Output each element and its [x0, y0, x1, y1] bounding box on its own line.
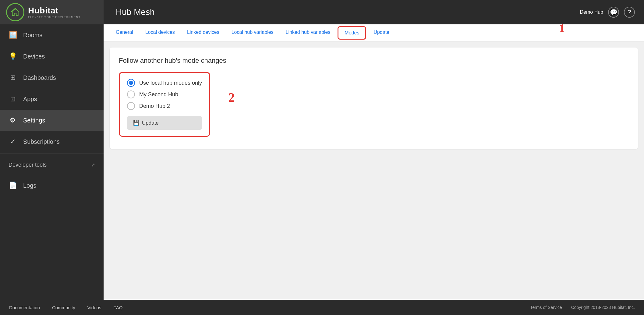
logo-icon	[6, 3, 24, 21]
apps-icon: ⊡	[9, 95, 17, 103]
footer-link-community[interactable]: Community	[52, 305, 75, 310]
expand-icon: ⤢	[91, 162, 95, 168]
radio-circle-local	[127, 79, 135, 87]
save-icon: 💾	[133, 120, 140, 126]
copyright: Copyright 2018-2023 Hubitat, Inc.	[571, 305, 635, 310]
dashboards-icon: ⊞	[9, 74, 17, 82]
sidebar-item-label: Subscriptions	[23, 138, 60, 145]
footer-link-documentation[interactable]: Documentation	[9, 305, 40, 310]
footer-link-faq[interactable]: FAQ	[113, 305, 122, 310]
radio-circle-demo-hub-2	[127, 102, 135, 110]
help-icon-button[interactable]: ?	[624, 7, 635, 18]
content-area: General Local devices Linked devices Loc…	[104, 24, 644, 300]
devices-icon: 💡	[9, 52, 17, 60]
sidebar-item-subscriptions[interactable]: ✓ Subscriptions	[0, 131, 104, 152]
radio-option-second-hub[interactable]: My Second Hub	[127, 90, 202, 98]
radio-options-box: Use local hub modes only My Second Hub D…	[119, 72, 210, 137]
subscriptions-icon: ✓	[9, 138, 17, 146]
sidebar-item-logs[interactable]: 📄 Logs	[0, 175, 104, 196]
hub-name: Demo Hub	[580, 9, 603, 15]
sidebar-item-label: Rooms	[23, 32, 42, 39]
radio-label-local: Use local hub modes only	[139, 80, 202, 86]
tab-linked-hub-variables[interactable]: Linked hub variables	[280, 25, 337, 41]
chat-icon-button[interactable]: 💬	[608, 7, 619, 18]
sidebar-logs-label: Logs	[23, 182, 36, 189]
tab-linked-devices[interactable]: Linked devices	[181, 25, 225, 41]
tabs-bar: General Local devices Linked devices Loc…	[104, 24, 644, 41]
logo-text: Hubitat ELEVATE YOUR ENVIRONMENT	[28, 6, 81, 19]
tab-update[interactable]: Update	[367, 25, 395, 41]
sidebar-item-developer-tools[interactable]: Developer tools ⤢	[0, 155, 104, 175]
update-button-label: Update	[142, 120, 159, 126]
update-button[interactable]: 💾 Update	[127, 116, 202, 130]
annotation-1: 1	[559, 24, 565, 35]
radio-option-demo-hub-2[interactable]: Demo Hub 2	[127, 102, 202, 110]
terms-of-service: Terms of Service	[530, 305, 562, 310]
sidebar-item-label: Settings	[23, 117, 45, 124]
radio-label-demo-hub-2: Demo Hub 2	[139, 103, 170, 109]
content-panel: Follow another hub's mode changes Use lo…	[104, 41, 644, 300]
sidebar-item-label: Dashboards	[23, 74, 56, 81]
section-title: Follow another hub's mode changes	[119, 57, 629, 65]
annotation-2: 2	[228, 90, 235, 105]
sidebar-item-label: Devices	[23, 53, 45, 60]
radio-circle-second-hub	[127, 90, 135, 98]
sidebar-item-rooms[interactable]: 🪟 Rooms	[0, 24, 104, 46]
sidebar-item-dashboards[interactable]: ⊞ Dashboards	[0, 67, 104, 88]
brand-name: Hubitat	[28, 6, 81, 16]
sidebar-divider	[0, 154, 104, 154]
page-footer: Documentation Community Videos FAQ Terms…	[0, 300, 644, 315]
sidebar-item-label: Apps	[23, 96, 37, 103]
footer-link-videos[interactable]: Videos	[87, 305, 101, 310]
header-right: Demo Hub 💬 ?	[580, 7, 644, 18]
logo-area: Hubitat ELEVATE YOUR ENVIRONMENT	[0, 0, 104, 24]
tab-local-devices[interactable]: Local devices	[139, 25, 181, 41]
developer-tools-label: Developer tools	[9, 162, 47, 168]
sidebar: 🪟 Rooms 💡 Devices ⊞ Dashboards ⊡ Apps ⚙ …	[0, 24, 104, 300]
sidebar-item-devices[interactable]: 💡 Devices	[0, 46, 104, 67]
tab-local-hub-variables[interactable]: Local hub variables	[225, 25, 280, 41]
page-title: Hub Mesh	[104, 7, 580, 17]
sidebar-item-apps[interactable]: ⊡ Apps	[0, 88, 104, 110]
sidebar-item-settings[interactable]: ⚙ Settings	[0, 110, 104, 131]
footer-right: Terms of Service Copyright 2018-2023 Hub…	[530, 305, 635, 310]
modes-card: Follow another hub's mode changes Use lo…	[110, 48, 638, 149]
rooms-icon: 🪟	[9, 31, 17, 39]
radio-option-local[interactable]: Use local hub modes only	[127, 79, 202, 87]
tab-modes[interactable]: Modes	[338, 26, 366, 40]
logs-icon: 📄	[9, 182, 17, 189]
radio-label-second-hub: My Second Hub	[139, 91, 178, 98]
settings-icon: ⚙	[9, 116, 17, 124]
brand-tagline: ELEVATE YOUR ENVIRONMENT	[28, 16, 81, 19]
tab-general[interactable]: General	[110, 25, 139, 41]
